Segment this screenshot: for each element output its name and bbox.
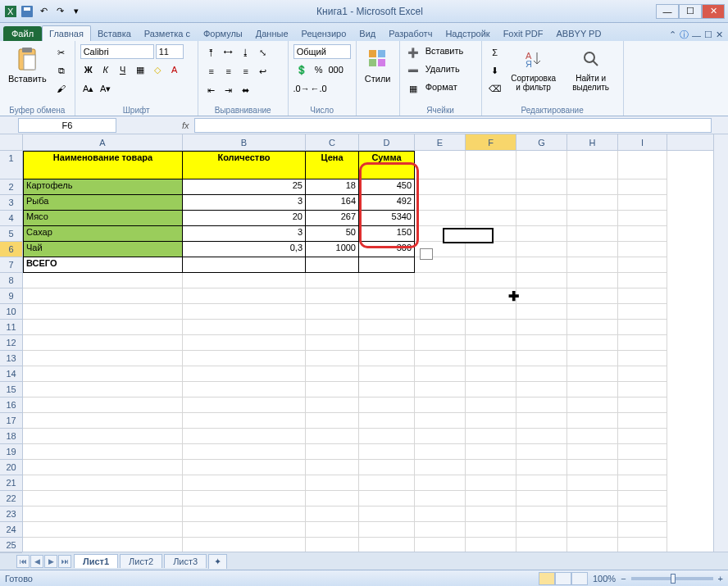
cell-E23[interactable]	[415, 507, 466, 522]
select-all-corner[interactable]	[0, 134, 23, 151]
cell-G6[interactable]	[516, 242, 567, 257]
row-header-8[interactable]: 8	[0, 273, 22, 288]
cell-A20[interactable]	[23, 460, 183, 475]
cell-E17[interactable]	[415, 413, 466, 429]
sheet-nav-first-icon[interactable]: ⏮	[16, 555, 30, 568]
cell-D17[interactable]	[359, 413, 415, 429]
row-header-13[interactable]: 13	[0, 351, 22, 366]
cell-F12[interactable]	[466, 335, 516, 351]
tab-home[interactable]: Главная	[42, 25, 91, 41]
row-header-19[interactable]: 19	[0, 444, 22, 460]
cell-A19[interactable]	[23, 444, 183, 460]
cell-C20[interactable]	[306, 460, 359, 475]
cell-A5[interactable]: Сахар	[23, 226, 183, 242]
cell-C23[interactable]	[306, 507, 359, 522]
row-header-1[interactable]: 1	[0, 151, 22, 179]
cell-I24[interactable]	[618, 522, 667, 538]
cell-A2[interactable]: Картофель	[23, 179, 183, 195]
col-header-F[interactable]: F	[466, 134, 516, 150]
cell-C7[interactable]	[306, 257, 359, 273]
font-name-combo[interactable]: Calibri	[80, 44, 154, 59]
number-format-combo[interactable]: Общий	[293, 44, 351, 59]
tab-abbyy[interactable]: ABBYY PD	[550, 26, 608, 41]
cell-I15[interactable]	[618, 382, 667, 397]
cell-A11[interactable]	[23, 320, 183, 335]
fill-icon[interactable]: ⬇	[487, 62, 503, 79]
sheet-tab-2[interactable]: Лист2	[120, 554, 162, 568]
cell-B13[interactable]	[183, 351, 306, 366]
col-header-E[interactable]: E	[415, 134, 466, 150]
cell-A8[interactable]	[23, 273, 183, 288]
cell-E15[interactable]	[415, 382, 466, 397]
cell-C15[interactable]	[306, 382, 359, 397]
cut-icon[interactable]: ✂	[53, 44, 70, 61]
cell-B7[interactable]	[183, 257, 306, 273]
row-header-21[interactable]: 21	[0, 475, 22, 491]
cell-I12[interactable]	[618, 335, 667, 351]
find-select-button[interactable]: Найти и выделить	[564, 44, 618, 93]
align-middle-icon[interactable]: ⭤	[221, 44, 237, 61]
cell-E8[interactable]	[415, 273, 466, 288]
row-header-5[interactable]: 5	[0, 226, 22, 242]
cell-D11[interactable]	[359, 320, 415, 335]
cell-G25[interactable]	[516, 538, 567, 552]
cell-A18[interactable]	[23, 429, 183, 444]
cell-A16[interactable]	[23, 397, 183, 413]
cell-F11[interactable]	[466, 320, 516, 335]
cell-G8[interactable]	[516, 273, 567, 288]
column-headers[interactable]: ABCDEFGHI	[23, 134, 713, 151]
tab-addins[interactable]: Надстройк	[439, 26, 496, 41]
cell-F9[interactable]	[466, 288, 516, 304]
cell-B1[interactable]: Количество	[183, 151, 306, 179]
row-header-20[interactable]: 20	[0, 460, 22, 475]
cell-I20[interactable]	[618, 460, 667, 475]
cell-A15[interactable]	[23, 382, 183, 397]
row-header-18[interactable]: 18	[0, 429, 22, 444]
save-icon[interactable]	[20, 4, 34, 19]
row-header-10[interactable]: 10	[0, 304, 22, 320]
cell-D24[interactable]	[359, 522, 415, 538]
cell-G19[interactable]	[516, 444, 567, 460]
cell-C3[interactable]: 164	[306, 195, 359, 211]
cell-B16[interactable]	[183, 397, 306, 413]
undo-icon[interactable]: ↶	[36, 4, 51, 19]
cell-A9[interactable]	[23, 288, 183, 304]
cell-G10[interactable]	[516, 304, 567, 320]
row-header-17[interactable]: 17	[0, 413, 22, 429]
minimize-button[interactable]: —	[656, 4, 679, 19]
cell-F15[interactable]	[466, 382, 516, 397]
cell-B15[interactable]	[183, 382, 306, 397]
cell-B18[interactable]	[183, 429, 306, 444]
cell-F5[interactable]	[466, 226, 516, 242]
cell-D14[interactable]	[359, 366, 415, 382]
cell-H12[interactable]	[567, 335, 618, 351]
cell-D9[interactable]	[359, 288, 415, 304]
col-header-G[interactable]: G	[516, 134, 567, 150]
qat-dropdown-icon[interactable]: ▾	[69, 4, 84, 19]
cell-H23[interactable]	[567, 507, 618, 522]
cell-E1[interactable]	[415, 151, 466, 179]
cell-G2[interactable]	[516, 179, 567, 195]
cell-E5[interactable]	[415, 226, 466, 242]
cell-A13[interactable]	[23, 351, 183, 366]
percent-icon[interactable]: %	[311, 61, 327, 78]
border-button[interactable]: ▦	[132, 61, 148, 78]
cell-B14[interactable]	[183, 366, 306, 382]
mdi-restore-icon[interactable]: ☐	[704, 30, 712, 40]
cell-A12[interactable]	[23, 335, 183, 351]
cell-G14[interactable]	[516, 366, 567, 382]
cell-H1[interactable]	[567, 151, 618, 179]
excel-icon[interactable]: X	[3, 4, 18, 19]
row-header-15[interactable]: 15	[0, 382, 22, 397]
align-right-icon[interactable]: ≡	[238, 63, 254, 79]
cell-A7[interactable]: ВСЕГО	[23, 257, 183, 273]
row-header-25[interactable]: 25	[0, 538, 22, 553]
cell-C18[interactable]	[306, 429, 359, 444]
styles-button[interactable]: Стили	[362, 44, 394, 85]
tab-insert[interactable]: Вставка	[91, 26, 138, 41]
row-header-2[interactable]: 2	[0, 179, 22, 195]
row-header-23[interactable]: 23	[0, 507, 22, 522]
formula-input[interactable]	[194, 118, 712, 133]
cell-C22[interactable]	[306, 491, 359, 507]
cell-I23[interactable]	[618, 507, 667, 522]
